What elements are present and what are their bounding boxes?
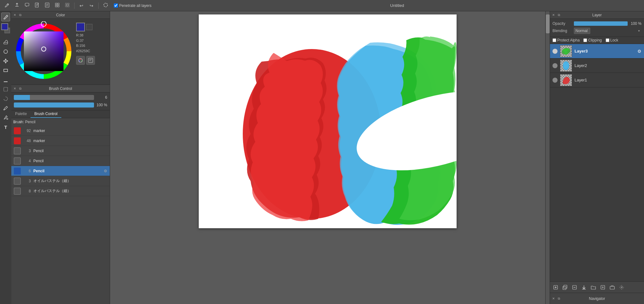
layer-panel-title: Layer: [592, 13, 602, 17]
opacity-slider[interactable]: [14, 102, 94, 108]
layer-visibility-2[interactable]: [552, 78, 558, 83]
fill-tool[interactable]: [1, 113, 10, 122]
blending-select-wrapper: Normal Multiply Screen Overlay Darken Li…: [574, 28, 641, 34]
layer-name-2: Layer1: [575, 78, 641, 82]
delete-layer-btn[interactable]: [570, 283, 579, 292]
settings-btn[interactable]: [617, 283, 626, 292]
brush-control-detach[interactable]: ⧉: [18, 86, 22, 91]
import-btn[interactable]: [598, 283, 607, 292]
brush-item-2[interactable]: 3 Pencil: [11, 146, 110, 156]
layer-panel-close[interactable]: ✕: [551, 13, 556, 17]
navigator-detach[interactable]: ⧉: [557, 296, 561, 301]
penetrate-layers-check[interactable]: Penetrate all layers: [114, 3, 152, 8]
canvas-scrollbar-v[interactable]: [545, 11, 550, 304]
brush-swatch-4: [14, 168, 21, 174]
layer-item-1[interactable]: Layer2: [550, 58, 644, 73]
canvas-wrapper[interactable]: [199, 14, 457, 228]
svg-rect-4: [55, 3, 57, 5]
lasso-tool[interactable]: [1, 94, 10, 103]
tab-brush-control[interactable]: Brush Control: [31, 110, 61, 118]
brush-item-3[interactable]: 4 Pencil: [11, 156, 110, 166]
merge-down-btn[interactable]: [580, 283, 588, 292]
brush-size-2: 3: [23, 149, 31, 153]
top-toolbar: ↩ ↪ Penetrate all layers Untitled: [0, 0, 644, 11]
transform-btn[interactable]: [63, 1, 72, 10]
selection-rect-tool[interactable]: [1, 85, 10, 94]
brush-size-3: 4: [23, 159, 31, 163]
brush-item-6[interactable]: 8 オイルパステル（細）: [11, 186, 110, 196]
brush-item-5[interactable]: 3 オイルパステル（細）: [11, 176, 110, 186]
document-title: Untitled: [153, 3, 641, 8]
protect-alpha-check[interactable]: Protect Alpha: [552, 38, 580, 42]
brush-item-4[interactable]: 6 Pencil ⚙: [11, 166, 110, 176]
new-layer-btn[interactable]: [551, 283, 560, 292]
clipping-check[interactable]: Clipping: [583, 38, 602, 42]
foreground-color[interactable]: [1, 23, 8, 30]
export-btn[interactable]: [608, 283, 617, 292]
folder-btn[interactable]: [589, 283, 598, 292]
move-tool[interactable]: [1, 57, 10, 65]
line-tool[interactable]: [1, 75, 10, 84]
color-panel: ✕ ⧉ Color: [11, 11, 110, 85]
undo-btn[interactable]: ↩: [77, 1, 86, 10]
tab-palette[interactable]: Palette: [11, 110, 31, 118]
grid-btn[interactable]: [53, 1, 62, 10]
copy-layer-btn[interactable]: [561, 283, 569, 292]
pen-tool[interactable]: [1, 13, 10, 21]
text-tool[interactable]: T: [1, 123, 10, 131]
paint-canvas-svg[interactable]: [199, 14, 457, 228]
clipping-input[interactable]: [583, 38, 587, 42]
layer-panel-detach[interactable]: ⧉: [557, 13, 561, 17]
brush-list-header: ✕ ⧉ Brush: Pencil: [11, 118, 110, 126]
canvas-scroll-area[interactable]: [110, 11, 545, 304]
eyedropper-tool[interactable]: [1, 104, 10, 113]
navigator-close[interactable]: ✕: [551, 296, 556, 301]
navigator-panel: ✕ ⧉ Navigator: [550, 293, 644, 304]
brush-control-panel-controls: ✕ ⧉: [13, 86, 22, 91]
navigator-title: Navigator: [589, 296, 605, 301]
upload-icon: [14, 3, 19, 8]
brush-size-4: 6: [23, 169, 31, 173]
upload-btn[interactable]: [13, 1, 21, 10]
svg-rect-14: [4, 87, 8, 91]
redo-btn[interactable]: ↪: [87, 1, 96, 10]
note-btn[interactable]: [33, 1, 42, 10]
layer-visibility-0[interactable]: [552, 49, 558, 54]
palette-wheel-btn[interactable]: [76, 56, 85, 65]
blending-row: Blending Normal Multiply Screen Overlay …: [552, 28, 641, 34]
doc-btn[interactable]: [43, 1, 52, 10]
brush-tool-btn[interactable]: [3, 1, 11, 10]
brush-item-0[interactable]: 92 marker: [11, 126, 110, 136]
loading-btn[interactable]: [101, 1, 110, 10]
protect-alpha-input[interactable]: [552, 38, 556, 42]
color-picker-tool[interactable]: [1, 47, 10, 56]
brush-tool-icon: [4, 3, 9, 8]
lock-check[interactable]: Lock: [606, 38, 618, 42]
layer-visibility-1[interactable]: [552, 63, 558, 68]
canvas-scrollbar-thumb[interactable]: [546, 14, 550, 33]
lock-input[interactable]: [606, 38, 609, 42]
size-slider[interactable]: [14, 95, 94, 100]
left-panel: T ✕ ⧉ Color: [0, 11, 110, 304]
layer-gear-0[interactable]: ⚙: [637, 49, 641, 54]
brush-list-close[interactable]: ✕: [13, 120, 17, 124]
blending-select[interactable]: Normal Multiply Screen Overlay Darken Li…: [574, 28, 590, 34]
layer-item-2[interactable]: Layer1: [550, 73, 644, 87]
eraser-tool[interactable]: [1, 38, 10, 47]
brush-item-1[interactable]: 48 marker: [11, 136, 110, 146]
fg-color-swatch[interactable]: [76, 23, 85, 31]
bg-color-swatch[interactable]: [86, 24, 92, 30]
layer-item-0[interactable]: Layer3 ⚙: [550, 44, 644, 58]
brush-control-close[interactable]: ✕: [13, 86, 17, 91]
speech-btn[interactable]: [23, 1, 31, 10]
layer-checkboxes-row: Protect Alpha Clipping Lock: [550, 37, 644, 44]
opacity-slider-bar[interactable]: [574, 21, 628, 26]
brush-list-detach[interactable]: ⧉: [18, 120, 22, 124]
color-history-btn[interactable]: [86, 56, 95, 65]
svg-rect-32: [564, 285, 567, 288]
color-wheel-svg[interactable]: [14, 21, 74, 81]
color-panel-detach[interactable]: ⧉: [18, 13, 22, 17]
rect-tool[interactable]: [1, 66, 10, 75]
color-panel-close[interactable]: ✕: [13, 13, 17, 17]
penetrate-checkbox[interactable]: [114, 3, 118, 8]
